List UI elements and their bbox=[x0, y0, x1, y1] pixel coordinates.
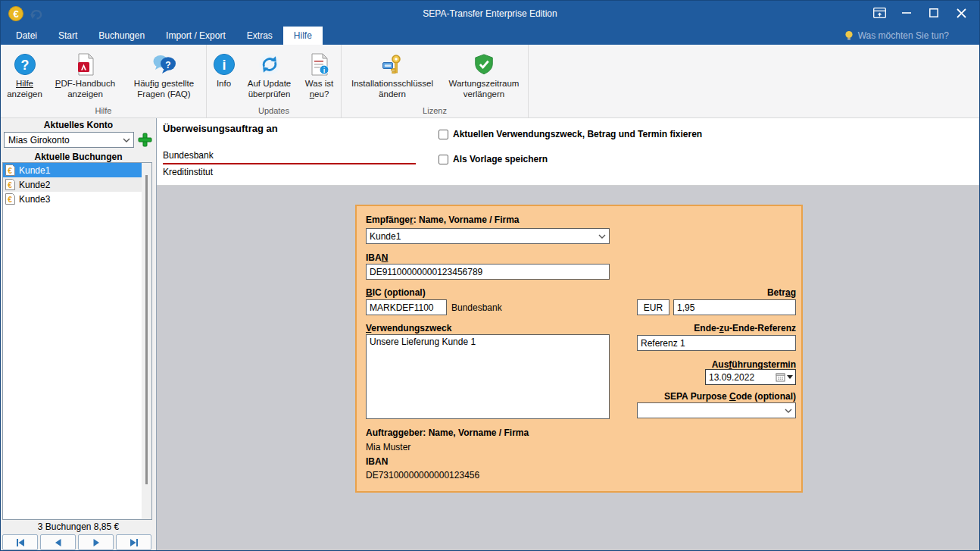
save-template-checkbox[interactable] bbox=[439, 155, 448, 164]
booking-euro-doc-icon: € bbox=[5, 164, 15, 176]
sync-update-icon bbox=[258, 53, 281, 76]
fix-purpose-checkbox[interactable] bbox=[439, 130, 448, 139]
whats-new-icon: i bbox=[309, 53, 330, 76]
bookings-summary: 3 Buchungen 8,85 € bbox=[1, 521, 156, 532]
ribbon-group-label-updates: Updates bbox=[207, 106, 341, 115]
info-icon: i bbox=[213, 53, 236, 76]
sidebar: Aktuelles Konto Mias Girokonto Aktuelle … bbox=[1, 118, 157, 551]
save-template-label[interactable]: Als Vorlage speichern bbox=[453, 154, 548, 164]
previous-booking-button[interactable] bbox=[40, 534, 76, 550]
sender-label: Auftraggeber: Name, Vorname / Firma bbox=[366, 427, 529, 438]
bookings-scrollbar[interactable] bbox=[142, 163, 151, 519]
execution-date-field bbox=[705, 369, 796, 385]
last-booking-button[interactable] bbox=[116, 534, 151, 550]
iban-input[interactable] bbox=[366, 264, 610, 280]
minimize-button[interactable] bbox=[893, 4, 920, 22]
recipient-label: Empfänger: Name, Vorname / Firma bbox=[366, 214, 520, 225]
sender-name: Mia Muster bbox=[366, 442, 410, 452]
svg-text:€: € bbox=[8, 181, 12, 189]
ribbon-group-lizenz: Installationsschlüssel ändern Wartungsze… bbox=[342, 45, 529, 117]
first-booking-button[interactable] bbox=[2, 534, 38, 550]
recipient-select[interactable]: Kunde1 bbox=[366, 228, 610, 244]
ribbon: ? Hilfe anzeigen PDF bbox=[1, 45, 979, 118]
booking-euro-doc-icon: € bbox=[5, 179, 15, 190]
menu-tab-buchungen[interactable]: Buchungen bbox=[88, 27, 155, 45]
check-update-button[interactable]: Auf Update überprüfen bbox=[240, 49, 299, 101]
svg-text:i: i bbox=[323, 67, 325, 74]
amount-input[interactable] bbox=[673, 299, 796, 315]
sepa-purpose-label: SEPA Purpose Code (optional) bbox=[607, 391, 796, 402]
booking-euro-doc-icon: € bbox=[5, 193, 15, 205]
reference-input[interactable] bbox=[637, 335, 796, 351]
svg-text:i: i bbox=[222, 58, 226, 73]
sender-iban-label: IBAN bbox=[366, 456, 388, 467]
account-select[interactable]: Mias Girokonto bbox=[4, 132, 134, 148]
booking-label: Kunde1 bbox=[19, 165, 50, 176]
scrollbar-thumb[interactable] bbox=[145, 175, 148, 484]
bic-input[interactable] bbox=[366, 299, 447, 315]
next-booking-button[interactable] bbox=[78, 534, 114, 550]
installation-key-button[interactable]: Installationsschlüssel ändern bbox=[343, 49, 442, 101]
chevron-down-icon bbox=[598, 234, 606, 239]
key-icon bbox=[381, 53, 404, 76]
execution-date-input[interactable] bbox=[706, 372, 773, 383]
booking-row-kunde2[interactable]: € Kunde2 bbox=[3, 177, 142, 192]
sepa-purpose-select[interactable] bbox=[637, 402, 796, 418]
booking-row-kunde1[interactable]: € Kunde1 bbox=[3, 163, 142, 177]
ribbon-display-options-button[interactable] bbox=[866, 4, 893, 22]
info-button[interactable]: i Info bbox=[208, 49, 240, 90]
maintenance-period-button[interactable]: Wartungszeitraum verlängern bbox=[442, 49, 526, 101]
purpose-label: Verwendungszweck bbox=[366, 323, 451, 333]
iban-label: IBAN bbox=[366, 252, 388, 263]
menu-bar: Datei Start Buchungen Import / Export Ex… bbox=[1, 27, 979, 45]
transfer-form-panel: Empfänger: Name, Vorname / Firma Kunde1 … bbox=[355, 205, 803, 493]
ribbon-group-updates: i Info bbox=[207, 45, 342, 117]
euro-coin-icon: € bbox=[8, 6, 23, 21]
show-help-button[interactable]: ? Hilfe anzeigen bbox=[2, 49, 48, 101]
booking-nav bbox=[1, 534, 156, 550]
reference-label: Ende-zu-Ende-Referenz bbox=[637, 323, 796, 333]
chevron-down-icon bbox=[785, 409, 792, 413]
ribbon-group-label-lizenz: Lizenz bbox=[342, 106, 528, 115]
pdf-document-icon bbox=[75, 53, 96, 76]
faq-button[interactable]: ? Häufig gestellte Fragen (FAQ) bbox=[123, 49, 205, 101]
dropdown-arrow-icon bbox=[787, 375, 793, 379]
window-title: SEPA-Transfer Enterprise Edition bbox=[1, 1, 979, 27]
transfer-title: Überweisungsauftrag an bbox=[163, 123, 278, 134]
tell-me-assist[interactable]: Was möchten Sie tun? bbox=[844, 27, 949, 45]
svg-text:€: € bbox=[8, 167, 12, 175]
fix-purpose-checkbox-row: Aktuellen Verwendungszweck, Betrag und T… bbox=[439, 129, 702, 139]
transfer-header: Überweisungsauftrag an Kreditinstitut Ak… bbox=[157, 118, 980, 186]
fix-purpose-label[interactable]: Aktuellen Verwendungszweck, Betrag und T… bbox=[453, 129, 702, 139]
account-select-value: Mias Girokonto bbox=[8, 135, 70, 146]
booking-row-kunde3[interactable]: € Kunde3 bbox=[3, 192, 142, 206]
euro-glyph: € bbox=[13, 8, 18, 20]
whats-new-button[interactable]: i Was ist neu? bbox=[299, 49, 340, 101]
date-picker-button[interactable] bbox=[773, 372, 795, 382]
svg-text:?: ? bbox=[20, 58, 29, 73]
ribbon-group-hilfe: ? Hilfe anzeigen PDF bbox=[1, 45, 207, 117]
close-button[interactable] bbox=[947, 4, 975, 22]
menu-tab-hilfe[interactable]: Hilfe bbox=[283, 27, 323, 45]
menu-tab-start[interactable]: Start bbox=[48, 27, 88, 45]
assist-text: Was möchten Sie tun? bbox=[858, 30, 949, 41]
add-account-button[interactable] bbox=[137, 132, 153, 148]
booking-label: Kunde3 bbox=[19, 194, 50, 205]
current-bookings-header: Aktuelle Buchungen bbox=[1, 152, 156, 162]
bank-name-input[interactable] bbox=[163, 149, 416, 164]
save-template-checkbox-row: Als Vorlage speichern bbox=[439, 154, 548, 164]
lightbulb-icon bbox=[844, 30, 854, 42]
current-account-header: Aktuelles Konto bbox=[1, 120, 156, 130]
sender-iban-value: DE73100000000000123456 bbox=[366, 470, 479, 481]
undo-icon[interactable] bbox=[30, 8, 43, 20]
menu-tab-datei[interactable]: Datei bbox=[5, 27, 48, 45]
pdf-manual-button[interactable]: PDF-Handbuch anzeigen bbox=[48, 49, 123, 101]
bank-caption: Kreditinstitut bbox=[163, 167, 213, 177]
menu-tab-extras[interactable]: Extras bbox=[236, 27, 283, 45]
recipient-select-value: Kunde1 bbox=[370, 231, 401, 242]
menu-tab-import-export[interactable]: Import / Export bbox=[155, 27, 236, 45]
calendar-icon bbox=[776, 372, 785, 382]
purpose-textarea[interactable]: Unsere Lieferung Kunde 1 bbox=[366, 334, 610, 419]
maximize-button[interactable] bbox=[920, 4, 947, 22]
booking-label: Kunde2 bbox=[19, 180, 50, 190]
